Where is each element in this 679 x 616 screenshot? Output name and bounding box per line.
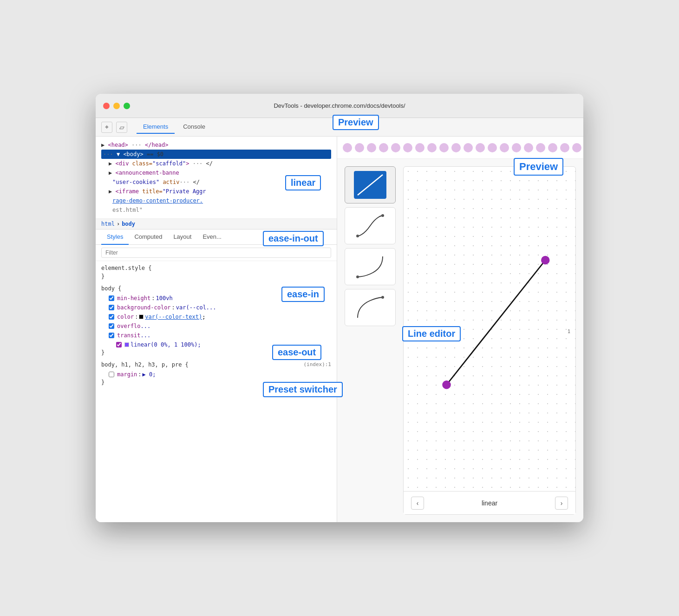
tab-styles[interactable]: Styles bbox=[101, 229, 129, 245]
color-swatch-purple[interactable] bbox=[124, 342, 129, 347]
preview-dot bbox=[536, 143, 545, 152]
preview-dot bbox=[355, 143, 364, 152]
preview-dot bbox=[560, 143, 569, 152]
preset-ease-in[interactable] bbox=[345, 248, 396, 285]
breadcrumb-html[interactable]: html bbox=[101, 221, 115, 227]
annotation-preview: Preview bbox=[333, 115, 379, 130]
preview-dot bbox=[488, 143, 497, 152]
main-content: ▶ <head> ··· </head> ··· ▼ <body> == $0 … bbox=[96, 137, 583, 522]
preview-dot bbox=[439, 143, 449, 152]
preset-linear[interactable] bbox=[345, 166, 396, 203]
preview-strip bbox=[337, 137, 583, 159]
preview-dot bbox=[403, 143, 412, 152]
element-style-selector: element.style { bbox=[101, 265, 331, 271]
dom-line-src: rage-demo-content-producer. bbox=[101, 196, 331, 205]
svg-line-7 bbox=[447, 260, 546, 385]
source-link[interactable]: (index):1 bbox=[303, 361, 331, 370]
device-icon[interactable]: ▱ bbox=[116, 122, 127, 133]
ease-in-curve-svg bbox=[354, 253, 386, 281]
linear-curve-svg bbox=[354, 171, 386, 199]
annotation-ease-in-out: ease-in-out bbox=[263, 231, 324, 246]
prop-linear-checkbox[interactable] bbox=[116, 342, 122, 347]
toolbar-icons: ⌖ ▱ bbox=[101, 122, 127, 133]
filter-bar bbox=[96, 245, 337, 261]
annotation-preview: Preview bbox=[514, 158, 563, 176]
preview-dot bbox=[391, 143, 400, 152]
prev-preset-button[interactable]: ‹ bbox=[411, 497, 424, 510]
current-preset-label: linear bbox=[482, 499, 497, 507]
preview-dot bbox=[367, 143, 376, 152]
prop-min-height-checkbox[interactable] bbox=[109, 295, 114, 301]
preview-dot bbox=[427, 143, 437, 152]
preview-dot bbox=[512, 143, 521, 152]
tab-layout[interactable]: Layout bbox=[168, 229, 197, 245]
svg-line-0 bbox=[358, 175, 383, 195]
preview-dot bbox=[464, 143, 473, 152]
devtools-body: ⌖ ▱ Elements Console ▶ <head> ··· </head… bbox=[96, 118, 583, 522]
prop-overflow: overflo ... bbox=[101, 321, 331, 331]
body-headings-selector: body, h1, h2, h3, p, pre { bbox=[101, 361, 189, 368]
breadcrumb: html › body bbox=[96, 219, 337, 229]
prop-color-checkbox[interactable] bbox=[109, 314, 114, 320]
svg-point-3 bbox=[356, 275, 359, 278]
annotation-ease-in: ease-in bbox=[281, 287, 325, 302]
tab-elements[interactable]: Elements bbox=[137, 120, 175, 134]
annotation-preset-switcher: Preset switcher bbox=[263, 382, 343, 397]
ease-out-curve-svg bbox=[354, 294, 386, 321]
preset-ease-in-out[interactable] bbox=[345, 207, 396, 244]
preset-list bbox=[345, 166, 396, 515]
dom-line-body[interactable]: ··· ▼ <body> == $0 bbox=[101, 150, 331, 159]
dom-line-head: ▶ <head> ··· </head> bbox=[101, 140, 331, 150]
prop-transition: transit ... bbox=[101, 331, 331, 340]
ease-in-out-curve-svg bbox=[354, 212, 386, 240]
preview-dot bbox=[415, 143, 424, 152]
prop-overflow-checkbox[interactable] bbox=[109, 323, 114, 329]
next-preset-button[interactable]: › bbox=[555, 497, 568, 510]
inspect-icon[interactable]: ⌖ bbox=[101, 122, 112, 133]
annotation-linear: linear bbox=[285, 175, 321, 190]
prop-color: color : var(--color-text); bbox=[101, 312, 331, 321]
preview-dot bbox=[343, 143, 352, 152]
minimize-button[interactable] bbox=[113, 103, 120, 109]
preview-dot bbox=[379, 143, 388, 152]
filter-input[interactable] bbox=[101, 248, 331, 258]
prop-bg-color: background-color : var(--col... bbox=[101, 303, 331, 312]
breadcrumb-body[interactable]: body bbox=[122, 221, 135, 227]
preview-dot bbox=[524, 143, 533, 152]
devtools-window: DevTools - developer.chrome.com/docs/dev… bbox=[96, 94, 583, 522]
tab-console[interactable]: Console bbox=[176, 120, 212, 134]
color-swatch-black[interactable] bbox=[139, 315, 144, 319]
prop-bg-color-checkbox[interactable] bbox=[109, 305, 114, 310]
side-number: 1 bbox=[568, 329, 570, 334]
element-style-closing: } bbox=[101, 273, 331, 280]
tab-computed[interactable]: Computed bbox=[129, 229, 168, 245]
prop-margin-checkbox[interactable] bbox=[109, 372, 114, 377]
prop-transition-checkbox[interactable] bbox=[109, 333, 114, 338]
svg-point-6 bbox=[381, 296, 384, 299]
tab-events[interactable]: Even... bbox=[197, 229, 227, 245]
svg-point-1 bbox=[356, 235, 359, 237]
handle-top[interactable] bbox=[541, 256, 550, 265]
style-rule-element: element.style { } bbox=[101, 265, 331, 280]
handle-bottom[interactable] bbox=[442, 380, 451, 389]
dom-line-src2: est.html" bbox=[101, 205, 331, 215]
preset-ease-out[interactable] bbox=[345, 289, 396, 326]
prop-margin: margin : ▶ 0; bbox=[101, 370, 331, 379]
maximize-button[interactable] bbox=[124, 103, 130, 109]
left-panel: ▶ <head> ··· </head> ··· ▼ <body> == $0 … bbox=[96, 137, 337, 522]
dom-line-div: ▶ <div class="scaffold"> ··· </ bbox=[101, 159, 331, 168]
annotation-ease-out: ease-out bbox=[272, 345, 321, 360]
svg-point-2 bbox=[381, 214, 384, 217]
linear-preview bbox=[354, 171, 386, 199]
traffic-lights bbox=[103, 103, 130, 109]
preview-dot bbox=[572, 143, 581, 152]
preview-dot bbox=[451, 143, 461, 152]
window-title: DevTools - developer.chrome.com/docs/dev… bbox=[274, 102, 405, 109]
line-editor-bottom: ‹ linear › bbox=[404, 491, 575, 514]
preview-dot bbox=[500, 143, 509, 152]
close-button[interactable] bbox=[103, 103, 110, 109]
annotation-line-editor: Line editor bbox=[402, 326, 461, 341]
preview-dot bbox=[476, 143, 485, 152]
preview-dot bbox=[548, 143, 557, 152]
